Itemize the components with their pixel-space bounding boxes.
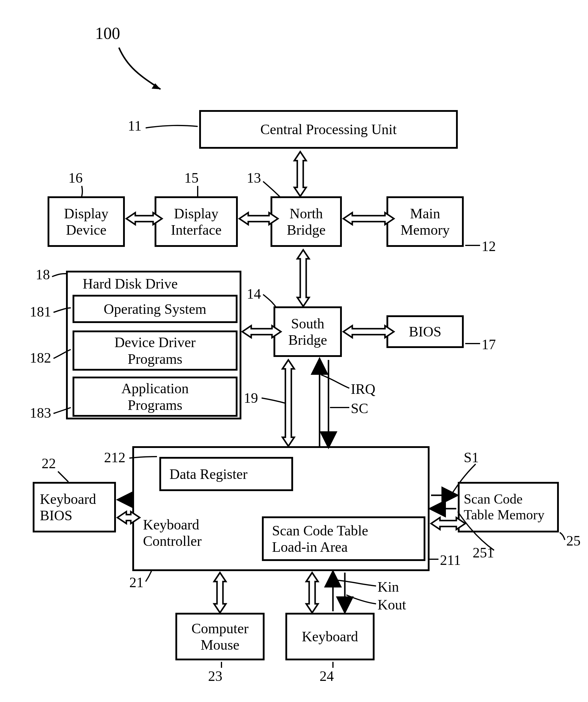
mouse-text: Computer Mouse xyxy=(191,620,249,653)
display-device-block: Display Device xyxy=(47,196,125,247)
svg-marker-0 xyxy=(152,83,160,89)
kb-bios-ref: 22 xyxy=(42,455,56,471)
south-bridge-text: South Bridge xyxy=(288,315,327,348)
hdd-os-ref: 181 xyxy=(30,304,51,320)
hdd-title: Hard Disk Drive xyxy=(83,275,178,292)
sct-mem-inner-ref: 251 xyxy=(473,544,494,561)
main-memory-text: Main Memory xyxy=(401,205,449,238)
kbc-loadin-text: Scan Code Table Load-in Area xyxy=(272,522,368,555)
south-bridge-block: South Bridge xyxy=(274,307,342,357)
sct-mem-ref: 25 xyxy=(566,533,581,549)
hdd-ref: 18 xyxy=(36,266,50,282)
display-interface-ref: 15 xyxy=(184,169,198,186)
figure-ref-label: 100 xyxy=(95,24,120,43)
south-bridge-ref: 14 xyxy=(247,285,261,302)
hdd-drv-block: Device Driver Programs xyxy=(72,331,238,371)
display-device-ref: 16 xyxy=(68,169,83,186)
kb-bios-text: Keyboard BIOS xyxy=(40,491,96,523)
sct-mem-block: Scan Code Table Memory xyxy=(458,482,559,533)
main-memory-ref: 12 xyxy=(481,238,496,254)
hdd-drv-text: Device Driver Programs xyxy=(115,334,195,367)
north-bridge-ref: 13 xyxy=(247,169,261,186)
bus-ref: 19 xyxy=(244,390,258,406)
display-interface-text: Display Interface xyxy=(171,205,222,238)
mouse-block: Computer Mouse xyxy=(175,613,265,660)
kbc-block: Data Register Keyboard Controller Scan C… xyxy=(132,446,430,571)
sc-label: SC xyxy=(351,400,368,417)
kbc-loadin-block: Scan Code Table Load-in Area xyxy=(262,516,425,561)
hdd-block: Hard Disk Drive Operating System Device … xyxy=(66,271,242,420)
kb-bios-block: Keyboard BIOS xyxy=(33,482,116,533)
s1-label: S1 xyxy=(464,449,479,466)
kbc-title: Keyboard Controller xyxy=(143,516,201,549)
kbc-datareg-text: Data Register xyxy=(169,466,248,482)
kbc-datareg-ref: 212 xyxy=(104,449,125,466)
hdd-app-text: Application Programs xyxy=(121,380,189,413)
display-device-text: Display Device xyxy=(64,205,108,238)
keyboard-ref: 24 xyxy=(320,668,334,684)
north-bridge-block: North Bridge xyxy=(271,196,342,247)
display-interface-block: Display Interface xyxy=(155,196,238,247)
cpu-text: Central Processing Unit xyxy=(260,121,397,137)
kin-label: Kin xyxy=(378,579,399,595)
irq-label: IRQ xyxy=(351,381,376,397)
kbc-loadin-ref: 211 xyxy=(440,552,461,568)
hdd-drv-ref: 182 xyxy=(30,350,51,366)
hdd-os-text: Operating System xyxy=(104,301,206,317)
bios-ref: 17 xyxy=(481,336,496,352)
bios-text: BIOS xyxy=(409,323,441,340)
bios-block: BIOS xyxy=(387,315,464,348)
mouse-ref: 23 xyxy=(208,668,223,684)
north-bridge-text: North Bridge xyxy=(287,205,326,238)
hdd-app-ref: 183 xyxy=(30,404,51,421)
kbc-datareg-block: Data Register xyxy=(159,457,293,491)
keyboard-text: Keyboard xyxy=(302,628,358,645)
hdd-app-block: Application Programs xyxy=(72,377,238,417)
cpu-block: Central Processing Unit xyxy=(199,110,458,149)
main-memory-block: Main Memory xyxy=(387,196,464,247)
sct-mem-text: Scan Code Table Memory xyxy=(464,491,544,523)
cpu-ref: 11 xyxy=(128,117,142,134)
hdd-os-block: Operating System xyxy=(72,295,238,323)
kout-label: Kout xyxy=(378,596,406,613)
kbc-ref: 21 xyxy=(129,574,144,590)
keyboard-block: Keyboard xyxy=(285,613,375,660)
